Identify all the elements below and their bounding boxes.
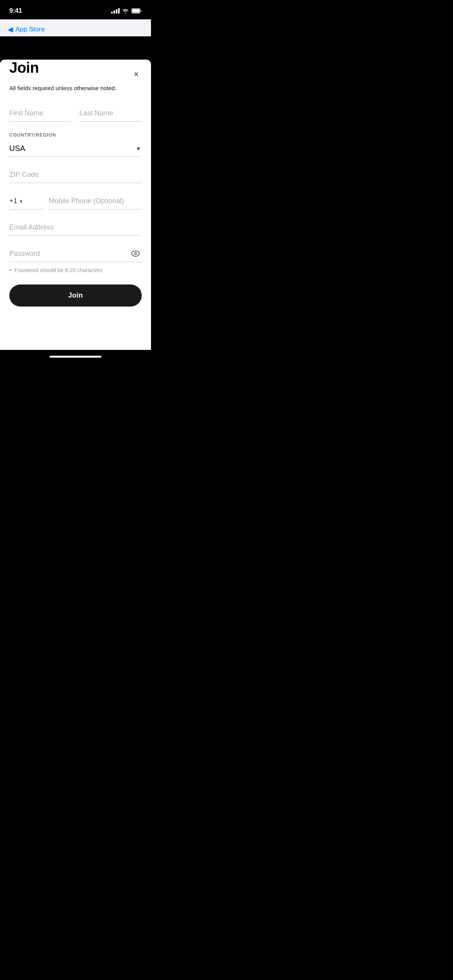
- battery-icon: [131, 8, 142, 14]
- password-field: [9, 247, 142, 262]
- zip-field: [9, 168, 142, 183]
- last-name-input[interactable]: [79, 106, 142, 122]
- eye-icon: [131, 250, 140, 257]
- form-title: Join: [9, 60, 142, 76]
- zip-input[interactable]: [9, 168, 142, 183]
- signal-icon: [111, 8, 120, 14]
- last-name-field: [79, 106, 142, 122]
- home-bar: [50, 356, 101, 358]
- back-button[interactable]: ◀ App Store: [8, 25, 45, 34]
- toggle-password-button[interactable]: [131, 249, 140, 259]
- home-indicator: [0, 350, 151, 363]
- close-button[interactable]: ×: [129, 67, 143, 81]
- svg-rect-1: [132, 9, 140, 13]
- join-button[interactable]: Join: [9, 284, 142, 307]
- svg-point-4: [135, 253, 136, 254]
- first-name-input[interactable]: [9, 106, 72, 122]
- phone-code-text: +1: [9, 197, 17, 205]
- status-icons: [111, 8, 142, 14]
- back-label: App Store: [15, 26, 45, 33]
- password-hint: Password should be 8-20 characters: [9, 267, 142, 274]
- name-row: [9, 106, 142, 122]
- country-section: COUNTRY/REGION USA Canada UK Australia G…: [9, 132, 142, 157]
- phone-input-wrapper: [49, 194, 142, 209]
- email-input[interactable]: [9, 220, 142, 236]
- status-time: 9:41: [9, 7, 22, 15]
- first-name-field: [9, 106, 72, 122]
- country-label: COUNTRY/REGION: [9, 132, 142, 138]
- form-subtitle: All fields required unless otherwise not…: [9, 84, 142, 92]
- phone-row: +1 ▾: [9, 194, 142, 209]
- page: 9:41 ◀ App Store ×: [0, 0, 151, 363]
- password-input[interactable]: [9, 247, 142, 262]
- wifi-icon: [122, 8, 129, 14]
- phone-code-selector[interactable]: +1 ▾: [9, 194, 44, 209]
- email-field: [9, 220, 142, 236]
- status-bar: 9:41: [0, 0, 151, 19]
- join-sheet: × Join All fields required unless otherw…: [0, 60, 151, 350]
- app-store-bar: ◀ App Store: [0, 19, 151, 36]
- phone-code-chevron-icon: ▾: [20, 198, 22, 204]
- back-chevron-icon: ◀: [8, 25, 13, 34]
- country-select[interactable]: USA Canada UK Australia Germany France J…: [9, 141, 142, 156]
- country-select-wrapper: USA Canada UK Australia Germany France J…: [9, 141, 142, 157]
- phone-input[interactable]: [49, 194, 142, 209]
